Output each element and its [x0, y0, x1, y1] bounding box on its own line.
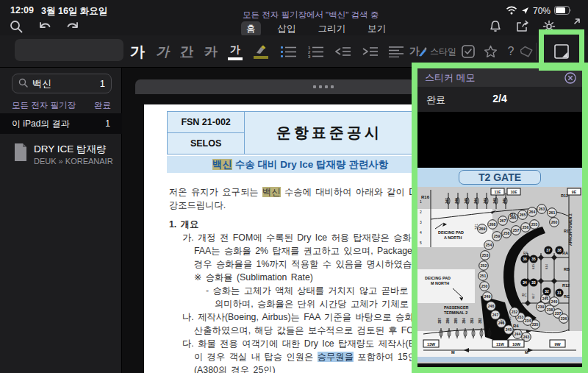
- svg-text:268: 268: [490, 222, 496, 227]
- bullet-list-button[interactable]: [278, 35, 300, 68]
- svg-text:TERMINAL 2: TERMINAL 2: [444, 310, 467, 315]
- svg-text:3: 3: [420, 220, 422, 224]
- battery-percent: 70%: [533, 6, 551, 16]
- tab-view[interactable]: 보기: [362, 21, 391, 37]
- svg-text:R1: R1: [510, 213, 516, 217]
- tab-insert[interactable]: 삽입: [273, 21, 301, 37]
- form-number-cell: FSN 21-002: [168, 112, 245, 133]
- svg-text:250: 250: [481, 284, 488, 288]
- svg-text:1: 1: [420, 199, 422, 204]
- toolbar-divider: [536, 43, 537, 60]
- tab-home[interactable]: 홈: [241, 21, 261, 37]
- svg-text:245: 245: [506, 327, 512, 332]
- svg-text:233: 233: [517, 315, 524, 319]
- sticky-memo-popup: 스티커 메모 완료 2/4 T2 GATE: [412, 63, 588, 373]
- wifi-icon: [506, 4, 517, 18]
- search-result-item[interactable]: DRY ICE 탑재량 DEUK » KOREANAIR: [0, 138, 122, 177]
- annotation-highlight-box: [539, 29, 584, 71]
- svg-text:244: 244: [514, 332, 521, 336]
- document-body-text: 저온 유지가 요구되는 백신 수송에 대비하여 아래와 같이 Dry Ice 탑…: [169, 185, 413, 373]
- search-icon[interactable]: [9, 19, 24, 37]
- doc-line: 가. 개정 전 FOM에 수록된 Dry Ice 허용 탑재량은 승화율 3% …: [169, 231, 413, 244]
- bell-icon[interactable]: [488, 19, 503, 37]
- search-icon-small: [18, 77, 28, 90]
- underline-button[interactable]: 간: [176, 35, 198, 68]
- svg-text:R4: R4: [513, 324, 519, 328]
- memo-progress-row: 완료 2/4: [417, 87, 582, 112]
- document-icon: [13, 143, 28, 165]
- svg-text:M: M: [451, 350, 455, 355]
- svg-text:814: 814: [545, 263, 548, 269]
- font-name-field[interactable]: [15, 39, 123, 61]
- numbered-list-button[interactable]: 123: [305, 35, 327, 68]
- svg-text:232: 232: [512, 310, 518, 314]
- ribbon-tabs: 홈 삽입 그리기 보기: [241, 21, 391, 37]
- svg-text:357: 357: [438, 318, 442, 324]
- indent-button[interactable]: [359, 35, 381, 68]
- svg-text:227: 227: [501, 318, 504, 324]
- sticky-memo-header: 스티커 메모: [417, 68, 582, 87]
- svg-text:248: 248: [488, 304, 495, 308]
- svg-text:DEICING PAD: DEICING PAD: [425, 276, 451, 280]
- tab-draw[interactable]: 그리기: [313, 21, 351, 37]
- app-window: 12:09 3월 16일 화요일 70% 모든 전자 필기장에서 "백신" 검색…: [0, 0, 588, 373]
- svg-text:R16: R16: [421, 195, 430, 199]
- svg-text:354: 354: [462, 318, 466, 324]
- document-subject-bar: 백신 수송 대비 Dry Ice 탑재량 관련사항: [167, 156, 415, 173]
- result-path: DEUK » KOREANAIR: [34, 157, 113, 166]
- svg-text:228: 228: [508, 316, 512, 322]
- svg-text:269: 269: [479, 227, 486, 231]
- outdent-button[interactable]: [332, 35, 354, 68]
- share-icon[interactable]: [514, 19, 531, 37]
- svg-text:5: 5: [420, 241, 422, 245]
- drag-dots: [313, 85, 334, 88]
- done-button[interactable]: 완료: [94, 100, 111, 111]
- sidebar-search-input[interactable]: 백신 1: [12, 74, 112, 93]
- svg-text:APRON TOWER 2: APRON TOWER 2: [568, 213, 573, 246]
- svg-text:355: 355: [454, 318, 458, 324]
- svg-text:4: 4: [420, 230, 422, 235]
- search-scope-label: 모든 전자 필기장: [12, 100, 76, 111]
- text-color-button[interactable]: 가: [225, 35, 245, 68]
- svg-text:258: 258: [503, 231, 510, 235]
- doc-line: 나. 제작사(Boeing, Airbus)는 FAA 기준을 바탕으로 승화율…: [169, 310, 413, 324]
- svg-text:263: 263: [539, 207, 545, 211]
- page-drag-handle[interactable]: [135, 79, 415, 94]
- italic-button[interactable]: 가: [151, 35, 173, 68]
- svg-text:342: 342: [493, 198, 497, 204]
- svg-text:353: 353: [470, 318, 474, 324]
- svg-text:239: 239: [538, 305, 545, 309]
- svg-text:M NORTH: M NORTH: [431, 281, 449, 285]
- svg-text:345: 345: [465, 198, 468, 204]
- svg-text:11E: 11E: [495, 190, 501, 194]
- svg-text:264: 264: [529, 210, 536, 214]
- memo-progress-value: 2/4: [417, 93, 582, 104]
- status-indicators: 70%: [506, 4, 572, 18]
- doc-line: (A380의 경우 25인): [169, 363, 413, 373]
- undo-icon[interactable]: [37, 19, 53, 37]
- clock-date: 3월 16일 화요일: [41, 5, 107, 18]
- bold-button[interactable]: 가: [126, 35, 148, 68]
- result-title: DRY ICE 탑재량: [34, 143, 107, 156]
- svg-text:36: 36: [523, 257, 527, 261]
- document-page: FSN 21-002 운항표준공시 SELOS 백신 수송 대비 Dry Ice…: [144, 104, 415, 373]
- svg-text:346: 346: [455, 198, 459, 204]
- doc-line: 다. 화물 전용 여객기에 대한 Dry Ice 탑재량도 제작사(Boeing…: [169, 337, 413, 350]
- alignment-button[interactable]: [386, 35, 406, 68]
- svg-text:234: 234: [525, 319, 531, 323]
- svg-text:9W: 9W: [554, 342, 561, 347]
- svg-text:RC: RC: [564, 294, 570, 299]
- svg-text:251: 251: [480, 274, 487, 278]
- redo-icon[interactable]: [65, 19, 81, 37]
- search-scope-row: 모든 전자 필기장 완료: [12, 100, 111, 111]
- search-hit-highlight: 백신: [212, 159, 232, 170]
- battery-icon: [554, 4, 572, 18]
- svg-text:265: 265: [520, 213, 526, 217]
- strikethrough-button[interactable]: 가: [200, 35, 222, 68]
- svg-text:236: 236: [561, 316, 567, 321]
- gate-map-header: T2 GATE: [417, 168, 582, 187]
- highlighter-button[interactable]: [250, 35, 272, 68]
- svg-text:344: 344: [474, 198, 478, 204]
- close-icon[interactable]: [564, 72, 582, 84]
- svg-text:2: 2: [420, 210, 422, 214]
